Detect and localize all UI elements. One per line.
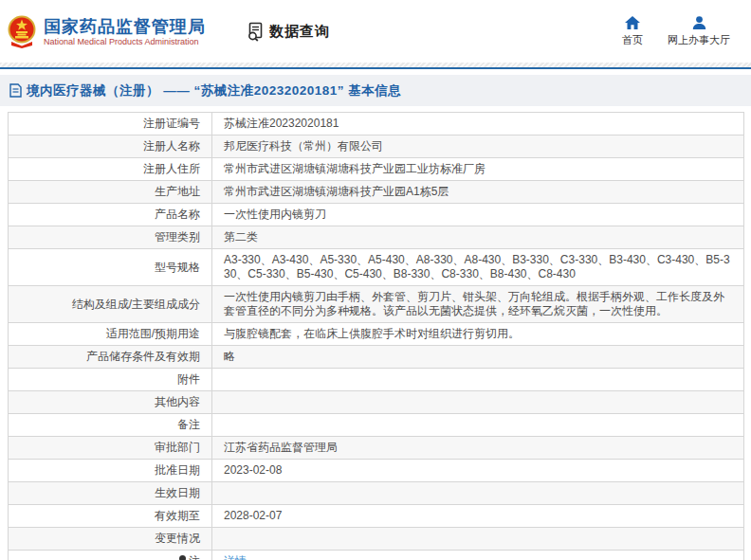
row-value — [212, 369, 744, 391]
info-table-body: 注册证编号苏械注准20232020181注册人名称邦尼医疗科技（常州）有限公司注… — [9, 113, 744, 560]
row-label: 产品名称 — [9, 204, 212, 226]
detail-link[interactable]: 详情 — [224, 554, 247, 560]
row-label: 注册证编号 — [9, 113, 212, 135]
nav-item-home[interactable]: 首页 — [622, 16, 643, 47]
row-value — [212, 414, 744, 437]
table-row: 结构及组成/主要组成成分一次性使用内镜剪刀由手柄、外套管、剪刀片、钳头架、万向轮… — [9, 286, 744, 323]
row-label: 注册人住所 — [9, 158, 212, 181]
table-row: 注册人住所常州市武进区湖塘镇湖塘科技产业园工业坊标准厂房 — [9, 158, 744, 181]
row-label: 有效期至 — [9, 505, 212, 528]
row-value: 江苏省药品监督管理局 — [212, 437, 744, 460]
table-row: 有效期至2028-02-07 — [9, 505, 744, 528]
table-row: 生产地址常州市武进区湖塘镇湖塘科技产业园A1栋5层 — [9, 181, 744, 204]
row-label: 结构及组成/主要组成成分 — [9, 286, 212, 323]
document-icon — [9, 83, 22, 98]
bulb-icon — [179, 555, 186, 560]
row-label: 适用范围/预期用途 — [9, 323, 212, 346]
row-value: 苏械注准20232020181 — [212, 113, 744, 135]
table-row: 附件 — [9, 369, 744, 391]
row-label: 生产地址 — [9, 181, 212, 204]
row-value: 一次性使用内镜剪刀 — [212, 204, 744, 226]
table-row: 产品名称一次性使用内镜剪刀 — [9, 204, 744, 226]
nav-service-hall-label: 网上办事大厅 — [668, 33, 730, 47]
page-title-bar: 境内医疗器械（注册） —— “苏械注准20232020181” 基本信息 — [0, 75, 751, 106]
row-label: 变更情况 — [9, 528, 212, 551]
user-icon — [692, 16, 706, 29]
row-label: 批准日期 — [9, 460, 212, 482]
row-label: 管理类别 — [9, 226, 212, 249]
site-header: 国家药品监督管理局 National Medical Products Admi… — [0, 0, 751, 63]
row-value: 与腹腔镜配套，在临床上供腹腔手术时对组织进行剪切用。 — [212, 323, 744, 346]
table-row: 型号规格A3-330、A3-430、A5-330、A5-430、A8-330、A… — [9, 249, 744, 286]
registration-info-table: 注册证编号苏械注准20232020181注册人名称邦尼医疗科技（常州）有限公司注… — [8, 112, 744, 560]
data-query-label: 数据查询 — [269, 23, 330, 41]
nmpa-logo[interactable]: 国家药品监督管理局 National Medical Products Admi… — [8, 14, 206, 48]
page-title: 境内医疗器械（注册） —— “苏械注准20232020181” 基本信息 — [27, 82, 401, 99]
row-label: 附件 — [9, 369, 212, 391]
row-value: 邦尼医疗科技（常州）有限公司 — [212, 135, 744, 158]
table-row: 生效日期 — [9, 482, 744, 505]
row-value: 常州市武进区湖塘镇湖塘科技产业园工业坊标准厂房 — [212, 158, 744, 181]
row-label: 备注 — [9, 414, 212, 437]
row-label: 生效日期 — [9, 482, 212, 505]
blue-divider — [0, 67, 751, 69]
row-label: 型号规格 — [9, 249, 212, 286]
data-query-title[interactable]: 数据查询 — [246, 22, 330, 42]
row-value: 2023-02-08 — [212, 460, 744, 482]
logo-text: 国家药品监督管理局 National Medical Products Admi… — [44, 16, 206, 47]
row-value: 略 — [212, 346, 744, 369]
table-row: 其他内容 — [9, 391, 744, 414]
document-search-icon — [246, 22, 266, 42]
home-icon — [625, 16, 640, 29]
row-value: 一次性使用内镜剪刀由手柄、外套管、剪刀片、钳头架、万向轮组成。根据手柄外观、工作… — [212, 286, 744, 323]
row-value — [212, 528, 744, 551]
row-label: 其他内容 — [9, 391, 212, 414]
row-value: A3-330、A3-430、A5-330、A5-430、A8-330、A8-43… — [212, 249, 744, 286]
table-row: 备注 — [9, 414, 744, 437]
row-value — [212, 482, 744, 505]
row-label: 注 — [9, 551, 212, 560]
row-label: 审批部门 — [9, 437, 212, 460]
table-row: 注详情 — [9, 551, 744, 560]
table-row: 适用范围/预期用途与腹腔镜配套，在临床上供腹腔手术时对组织进行剪切用。 — [9, 323, 744, 346]
table-row: 审批部门江苏省药品监督管理局 — [9, 437, 744, 460]
agency-subtitle: National Medical Products Administration — [44, 37, 206, 47]
table-row: 管理类别第二类 — [9, 226, 744, 249]
nav-home-label: 首页 — [622, 33, 643, 47]
row-value: 第二类 — [212, 226, 744, 249]
row-value: 常州市武进区湖塘镇湖塘科技产业园A1栋5层 — [212, 181, 744, 204]
agency-title: 国家药品监督管理局 — [44, 16, 206, 37]
national-emblem-icon — [8, 14, 36, 48]
nav-item-service-hall[interactable]: 网上办事大厅 — [668, 16, 730, 47]
table-row: 变更情况 — [9, 528, 744, 551]
table-row: 注册人名称邦尼医疗科技（常州）有限公司 — [9, 135, 744, 158]
row-label: 产品储存条件及有效期 — [9, 346, 212, 369]
row-value: 2028-02-07 — [212, 505, 744, 528]
table-row: 产品储存条件及有效期略 — [9, 346, 744, 369]
header-nav: 首页 网上办事大厅 — [622, 16, 730, 47]
table-row: 批准日期2023-02-08 — [9, 460, 744, 482]
row-value — [212, 391, 744, 414]
row-value: 详情 — [212, 551, 744, 560]
table-row: 注册证编号苏械注准20232020181 — [9, 113, 744, 135]
row-label: 注册人名称 — [9, 135, 212, 158]
